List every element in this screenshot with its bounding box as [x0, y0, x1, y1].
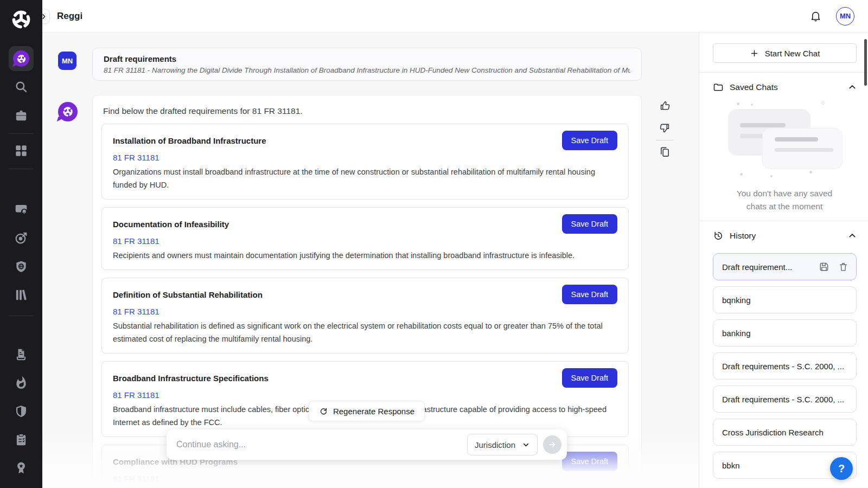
sidebar-item-briefcase[interactable] — [13, 108, 29, 123]
saved-chats-section: Saved Chats You don't have any saved cha… — [699, 73, 868, 221]
documents-icon — [14, 348, 28, 362]
history-item-label: Draft requirements - S.C. 2000, ... — [722, 395, 848, 404]
left-sidebar — [0, 0, 42, 488]
assistant-intro-text: Find below the drafted requirements for … — [103, 105, 629, 117]
flame-icon — [14, 376, 28, 390]
history-header[interactable]: History — [713, 230, 857, 241]
requirement-card: Documentation of Infeasibility Save Draf… — [101, 207, 629, 270]
message-feedback-toolbar — [655, 100, 674, 158]
chat-input[interactable] — [176, 440, 467, 450]
history-item-active[interactable]: Draft requirement... — [713, 253, 857, 280]
send-arrow-icon — [547, 440, 557, 450]
history-title: History — [730, 231, 756, 241]
thumbs-down-button[interactable] — [659, 122, 671, 134]
sidebar-item-library[interactable] — [13, 288, 29, 302]
chats-panel: Start New Chat Saved Chats — [699, 33, 868, 488]
requirement-reference-link[interactable]: 81 FR 31181 — [113, 236, 159, 247]
regenerate-button[interactable]: Regenerate Response — [309, 401, 425, 421]
history-item[interactable]: Draft requirements - S.C. 2000, ... — [713, 352, 857, 380]
history-item[interactable]: Draft requirements - S.C. 2000, ... — [713, 386, 857, 413]
app-title: Reggi — [57, 11, 82, 22]
send-button[interactable] — [543, 435, 561, 454]
jurisdiction-label: Jurisdiction — [475, 440, 515, 450]
history-item-label: Draft requirement... — [722, 262, 810, 272]
shield-globe-icon — [14, 260, 28, 274]
sidebar-item-achievements[interactable] — [13, 461, 29, 475]
wallet-notifications-icon — [14, 202, 28, 216]
requirement-title: Definition of Substantial Rehabilitation — [113, 290, 263, 299]
history-collapse-button[interactable] — [848, 232, 857, 240]
thumbs-up-button[interactable] — [659, 100, 671, 112]
badge-icon — [14, 461, 28, 475]
sidebar-item-reggi-chat[interactable] — [9, 46, 34, 71]
save-draft-button[interactable]: Save Draft — [562, 131, 618, 150]
saved-chats-empty-illustration — [727, 105, 842, 176]
sidebar-item-goals[interactable] — [13, 231, 29, 245]
copy-icon — [659, 146, 671, 158]
history-item-label: bqnking — [722, 296, 848, 305]
save-draft-button[interactable]: Save Draft — [562, 452, 618, 471]
start-new-chat-label: Start New Chat — [765, 49, 820, 58]
requirement-reference-link[interactable]: 81 FR 31181 — [113, 152, 159, 163]
sidebar-item-checklist[interactable] — [13, 433, 29, 447]
requirement-reference-link[interactable]: 81 FR 31181 — [113, 306, 159, 317]
requirement-title: Broadband Infrastructure Specifications — [113, 374, 269, 383]
sidebar-item-subscriptions[interactable] — [13, 202, 29, 216]
requirement-card: Definition of Substantial Rehabilitation… — [101, 278, 629, 354]
copy-button[interactable] — [659, 146, 671, 158]
bell-icon — [809, 10, 822, 22]
sidebar-item-security[interactable] — [13, 404, 29, 419]
delete-chat-button[interactable] — [838, 262, 848, 272]
feedback-divider — [656, 140, 673, 140]
notifications-button[interactable] — [809, 10, 822, 22]
plus-icon — [750, 49, 759, 58]
library-icon — [14, 288, 28, 302]
user-message-title: Draft requirements — [104, 54, 630, 63]
user-message-avatar: MN — [58, 52, 76, 70]
saved-chats-collapse-button[interactable] — [848, 83, 857, 92]
saved-chats-empty-text: You don't have any saved chats at the mo… — [733, 187, 836, 213]
requirement-description: Organizations must install broadband inf… — [113, 165, 617, 191]
folder-icon — [713, 82, 724, 93]
history-item-label: banking — [722, 329, 848, 338]
requirement-title: Documentation of Infeasibility — [113, 220, 229, 229]
save-draft-button[interactable]: Save Draft — [562, 214, 618, 234]
saved-chats-title: Saved Chats — [730, 82, 778, 92]
app-root: Reggi MN MN Draft requirements 81 FR 311… — [0, 0, 868, 488]
user-message-row: MN Draft requirements 81 FR 31181 - Narr… — [42, 48, 699, 81]
top-header: Reggi MN — [42, 0, 868, 33]
requirement-description: Recipients and owners must maintain docu… — [113, 249, 617, 262]
refresh-icon — [319, 407, 328, 416]
user-message-subtitle: 81 FR 31181 - Narrowing the Digital Divi… — [104, 66, 630, 74]
jurisdiction-select[interactable]: Jurisdiction — [467, 434, 538, 455]
user-message: Draft requirements 81 FR 31181 - Narrowi… — [92, 48, 642, 81]
chat-area: MN Draft requirements 81 FR 31181 - Narr… — [42, 33, 699, 488]
sidebar-item-dashboard[interactable] — [13, 144, 29, 158]
thumbs-up-icon — [659, 100, 671, 112]
thumbs-down-icon — [659, 122, 671, 134]
scrollbar-thumb[interactable] — [864, 39, 867, 86]
sidebar-item-documents[interactable] — [13, 348, 29, 362]
start-new-chat-button[interactable]: Start New Chat — [713, 43, 857, 63]
sidebar-item-privacy[interactable] — [13, 260, 29, 274]
requirement-description: Substantial rehabilitation is defined as… — [113, 319, 617, 345]
app-logo-icon — [9, 8, 33, 31]
reggi-logo-icon — [62, 106, 74, 118]
user-avatar[interactable]: MN — [836, 7, 854, 25]
save-draft-button[interactable]: Save Draft — [562, 285, 618, 304]
requirement-reference-link[interactable]: 81 FR 31181 — [113, 473, 159, 484]
sidebar-divider — [9, 316, 34, 316]
history-item[interactable]: bqnking — [713, 286, 857, 313]
save-chat-button[interactable] — [819, 261, 829, 272]
search-icon — [14, 80, 28, 94]
sidebar-item-trending[interactable] — [13, 376, 29, 390]
requirement-reference-link[interactable]: 81 FR 31181 — [113, 390, 159, 401]
sidebar-item-search[interactable] — [13, 80, 29, 94]
help-button[interactable]: ? — [830, 457, 853, 480]
save-draft-button[interactable]: Save Draft — [562, 368, 618, 388]
sidebar-divider — [9, 169, 34, 169]
saved-chats-header[interactable]: Saved Chats — [713, 82, 857, 93]
history-item[interactable]: Cross Jurisdiction Research — [713, 419, 857, 446]
save-icon — [819, 261, 829, 272]
history-item[interactable]: banking — [713, 319, 857, 346]
